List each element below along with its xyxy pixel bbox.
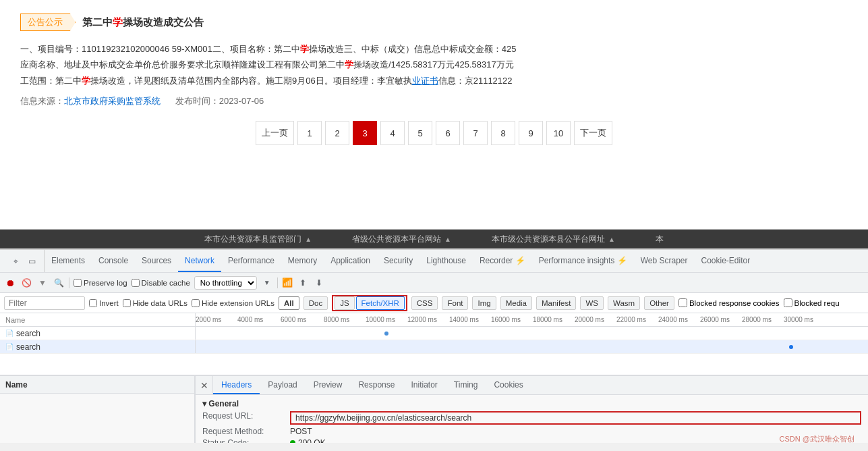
- filter-all-button[interactable]: All: [279, 296, 299, 310]
- tab-web-scraper[interactable]: Web Scraper: [634, 250, 695, 272]
- tick-8000: 8000 ms: [324, 316, 349, 323]
- tab-cookie-editor[interactable]: Cookie-Editor: [695, 250, 757, 272]
- tick-20000: 20000 ms: [575, 316, 604, 323]
- timeline-name-col: Name: [0, 313, 196, 326]
- throttle-select[interactable]: No throttling Fast 3G Slow 3G: [194, 276, 257, 290]
- tab-network[interactable]: Network: [178, 250, 221, 272]
- arrow-icon-3: ▲: [608, 236, 615, 243]
- upload-icon[interactable]: ⬆: [297, 277, 309, 289]
- request-name-2: 📄 search: [0, 340, 196, 353]
- timeline-ticks: 2000 ms 4000 ms 6000 ms 8000 ms 10000 ms…: [196, 313, 868, 326]
- detail-tab-timing[interactable]: Timing: [446, 376, 486, 394]
- status-code-row: Status Code: 200 OK: [202, 438, 861, 443]
- filter-fetch-button[interactable]: Fetch/XHR: [356, 296, 405, 310]
- tab-recorder[interactable]: Recorder ⚡: [473, 250, 532, 272]
- tab-elements[interactable]: Elements: [45, 250, 92, 272]
- filter-other-button[interactable]: Other: [644, 296, 674, 310]
- tick-4000: 4000 ms: [237, 316, 263, 323]
- tab-security[interactable]: Security: [377, 250, 419, 272]
- page-btn-4[interactable]: 4: [380, 121, 405, 145]
- device-icon[interactable]: ▭: [25, 255, 38, 268]
- page-btn-10[interactable]: 10: [546, 121, 571, 145]
- tab-lighthouse[interactable]: Lighthouse: [419, 250, 473, 272]
- tab-memory[interactable]: Memory: [281, 250, 324, 272]
- hide-data-urls-label[interactable]: Hide data URLs: [123, 299, 187, 307]
- detail-tab-initiator[interactable]: Initiator: [403, 376, 445, 394]
- hide-ext-urls-checkbox[interactable]: [192, 299, 200, 307]
- tick-26000: 26000 ms: [700, 316, 730, 323]
- search-icon[interactable]: 🔍: [53, 277, 65, 289]
- detail-tab-cookies[interactable]: Cookies: [486, 376, 531, 394]
- tick-16000: 16000 ms: [491, 316, 521, 323]
- next-page-button[interactable]: 下一页: [574, 121, 612, 145]
- filter-ws-button[interactable]: WS: [580, 296, 604, 310]
- page-btn-8[interactable]: 8: [491, 121, 515, 145]
- page-btn-2[interactable]: 2: [325, 121, 349, 145]
- tab-sources[interactable]: Sources: [135, 250, 178, 272]
- tab-application[interactable]: Application: [324, 250, 377, 272]
- tab-perf-insights[interactable]: Performance insights ⚡: [532, 250, 634, 272]
- hide-data-urls-checkbox[interactable]: [123, 299, 131, 307]
- filter-icon[interactable]: ▼: [36, 277, 49, 289]
- preserve-log-label[interactable]: Preserve log: [74, 279, 127, 287]
- page-btn-5[interactable]: 5: [408, 121, 432, 145]
- detail-tab-preview[interactable]: Preview: [306, 376, 351, 394]
- download-icon[interactable]: ⬇: [313, 277, 325, 289]
- general-section-title[interactable]: ▾ General: [202, 399, 861, 408]
- request-method-label: Request Method:: [202, 427, 290, 436]
- filter-wasm-button[interactable]: Wasm: [608, 296, 640, 310]
- arrow-icon-1: ▲: [305, 236, 312, 243]
- table-row[interactable]: 📄 search: [0, 327, 868, 340]
- prev-page-button[interactable]: 上一页: [256, 121, 294, 145]
- hide-ext-urls-label[interactable]: Hide extension URLs: [192, 299, 274, 307]
- page-btn-6[interactable]: 6: [436, 121, 460, 145]
- tick-12000: 12000 ms: [407, 316, 437, 323]
- page-btn-7[interactable]: 7: [463, 121, 488, 145]
- filter-img-button[interactable]: Img: [472, 296, 496, 310]
- preserve-log-checkbox[interactable]: [74, 279, 82, 287]
- page-btn-1[interactable]: 1: [297, 121, 322, 145]
- filter-js-button[interactable]: JS: [335, 296, 354, 310]
- network-toolbar: ⏺ 🚫 ▼ 🔍 Preserve log Disable cache No th…: [0, 273, 868, 293]
- bottom-bar-item-2: 省级公共资源本平台网站 ▲: [352, 234, 451, 245]
- blocked-cookies-checkbox[interactable]: [678, 298, 687, 307]
- disable-cache-checkbox[interactable]: [132, 279, 140, 287]
- clear-button[interactable]: 🚫: [20, 277, 32, 289]
- request-dot-2: [789, 345, 793, 349]
- blocked-req-checkbox[interactable]: [784, 298, 792, 307]
- cursor-icon[interactable]: ⌖: [9, 255, 22, 268]
- announcement-meta: 信息来源：北京市政府采购监管系统 发布时间：2023-07-06: [20, 95, 848, 107]
- detail-tab-response[interactable]: Response: [350, 376, 403, 394]
- throttle-dropdown-icon[interactable]: ▼: [261, 277, 273, 289]
- filter-manifest-button[interactable]: Manifest: [536, 296, 576, 310]
- name-col-header: Name: [0, 376, 194, 394]
- detail-close-button[interactable]: ✕: [196, 376, 213, 394]
- record-button[interactable]: ⏺: [4, 277, 16, 289]
- table-row[interactable]: 📄 search: [0, 340, 868, 354]
- filter-css-button[interactable]: CSS: [411, 296, 438, 310]
- blocked-cookies-label[interactable]: Blocked response cookies: [678, 298, 780, 307]
- filter-doc-button[interactable]: Doc: [303, 296, 328, 310]
- tick-24000: 24000 ms: [658, 316, 688, 323]
- filter-input[interactable]: [4, 296, 85, 310]
- detail-tab-headers[interactable]: Headers: [213, 376, 260, 394]
- blocked-req-label[interactable]: Blocked requ: [784, 298, 840, 307]
- detail-tab-bar: ✕ Headers Payload Preview Response Initi…: [196, 376, 868, 395]
- invert-label[interactable]: Invert: [89, 299, 119, 307]
- disable-cache-label[interactable]: Disable cache: [132, 279, 190, 287]
- page-btn-3[interactable]: 3: [353, 121, 377, 145]
- browser-content: 公告公示 第二中学操场改造成交公告 一、项目编号：110119232102000…: [0, 0, 868, 230]
- detail-tab-payload[interactable]: Payload: [260, 376, 305, 394]
- detail-pane: ✕ Headers Payload Preview Response Initi…: [196, 376, 868, 443]
- tab-console[interactable]: Console: [92, 250, 135, 272]
- filter-font-button[interactable]: Font: [442, 296, 468, 310]
- request-list-pane: Name: [0, 376, 196, 443]
- page-btn-9[interactable]: 9: [519, 121, 543, 145]
- announcement-header: 公告公示 第二中学操场改造成交公告: [20, 14, 848, 31]
- request-url-row: Request URL: https://ggzyfw.beijing.gov.…: [202, 411, 861, 425]
- invert-checkbox[interactable]: [89, 299, 97, 307]
- filter-media-button[interactable]: Media: [500, 296, 532, 310]
- network-requests-list: 📄 search 📄 search: [0, 327, 868, 375]
- devtools-icon-group: ⌖ ▭: [3, 250, 45, 272]
- tab-performance[interactable]: Performance: [221, 250, 281, 272]
